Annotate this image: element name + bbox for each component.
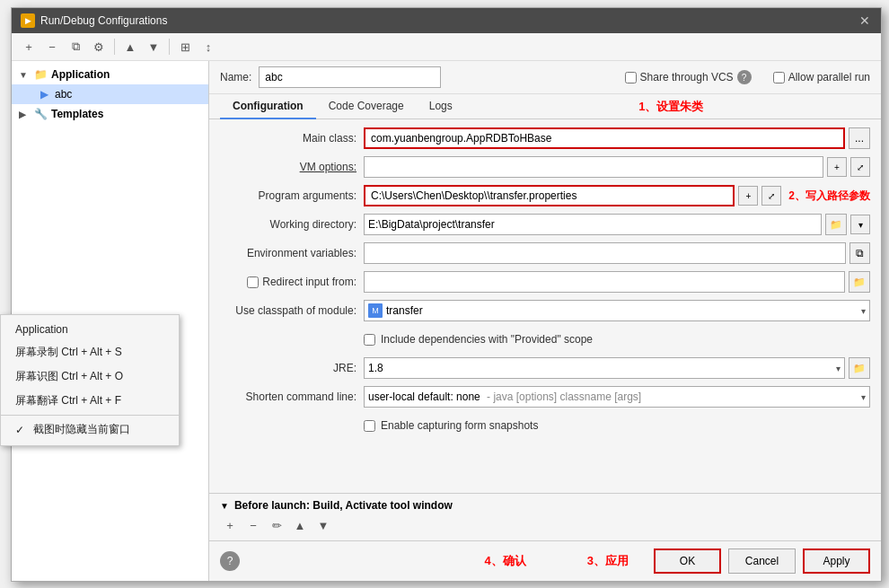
context-menu-item-screenshot[interactable]: Application [1,319,179,340]
expand-icon: ▼ [19,70,30,80]
copy-config-button[interactable]: ⧉ [66,37,85,57]
move-down-button[interactable]: ▼ [144,37,163,57]
move-up-button[interactable]: ▲ [120,37,140,57]
context-menu-divider [1,415,179,416]
parallel-run-label: Allow parallel run [788,71,870,83]
program-args-expand-button[interactable]: ⤢ [761,186,781,206]
context-menu-item-hide[interactable]: 截图时隐藏当前窗口 [1,417,179,442]
shorten-cmd-select[interactable]: user-local default: none - java [options… [364,386,870,408]
redirect-row: Redirect input from: 📁 [220,270,870,294]
env-vars-row: Environment variables: ⧉ [220,241,870,265]
vm-options-input[interactable] [364,156,823,178]
share-vcs-help-icon[interactable]: ? [737,70,752,84]
env-vars-input[interactable] [364,242,846,264]
cancel-button[interactable]: Cancel [728,549,796,574]
parallel-run-checkbox-group: Allow parallel run [773,71,870,83]
program-args-control-group: + ⤢ [364,185,781,206]
vm-options-row: VM options: + ⤢ [220,155,870,179]
main-class-control-group: ... [364,127,870,149]
tab-logs[interactable]: Logs [417,94,465,119]
main-class-label: Main class: [220,132,364,145]
include-deps-checkbox[interactable] [364,334,375,346]
share-vcs-checkbox[interactable] [625,72,637,83]
main-class-input[interactable] [364,127,845,149]
hide-label: 截图时隐藏当前窗口 [33,422,130,437]
context-menu-item-record[interactable]: 屏幕录制 Ctrl + Alt + S [1,340,179,364]
share-vcs-checkbox-group: Share through VCS ? [625,70,752,84]
redirect-checkbox[interactable] [247,276,259,288]
module-value: transfer [386,304,861,317]
env-vars-label: Environment variables: [220,247,364,259]
main-class-browse-button[interactable]: ... [849,127,870,149]
context-menu-item-translate[interactable]: 屏幕翻译 Ctrl + Alt + F [1,389,179,413]
working-dir-arrow-button[interactable]: ▾ [850,215,870,234]
working-dir-value: E:\BigData\project\transfer [368,218,817,231]
before-launch-up-button[interactable]: ▲ [290,515,310,535]
title-bar-left: ▶ Run/Debug Configurations [21,13,167,28]
jre-control-group: 1.8 ▾ 📁 [364,357,870,379]
jre-folder-button[interactable]: 📁 [849,357,870,379]
config-name-label: abc [55,88,72,101]
jre-select[interactable]: 1.8 ▾ [364,357,845,379]
include-deps-row: Include dependencies with "Provided" sco… [220,328,870,351]
working-dir-select[interactable]: E:\BigData\project\transfer [364,214,822,235]
tree-group-application[interactable]: ▼ 📁 Application [12,65,208,84]
shorten-cmd-value: user-local default: none - java [options… [368,391,861,403]
templates-expand-icon: ▶ [19,110,30,119]
annotation-3: 3、应用 [587,553,629,569]
tree-group-templates[interactable]: ▶ 🔧 Templates [12,104,208,124]
redirect-input[interactable] [364,271,845,293]
vm-options-expand-button[interactable]: ⤢ [850,157,870,177]
tab-code-coverage[interactable]: Code Coverage [316,94,417,119]
add-config-button[interactable]: + [19,37,39,57]
jre-value: 1.8 [368,362,836,374]
translate-label: 屏幕翻译 Ctrl + Alt + F [15,393,121,408]
before-launch-down-button[interactable]: ▼ [313,515,333,535]
context-menu: Application 屏幕录制 Ctrl + Alt + S 屏幕识图 Ctr… [0,314,180,446]
run-debug-dialog: ▶ Run/Debug Configurations ✕ + − ⧉ ⚙ ▲ ▼… [11,7,882,582]
annotation-2: 2、写入路径参数 [788,189,870,204]
name-input[interactable] [259,66,441,88]
include-deps-label: Include dependencies with "Provided" sco… [381,333,593,346]
settings-button[interactable]: ⚙ [89,37,109,57]
shorten-cmd-suffix: - java [options] classname [args] [487,391,641,403]
program-args-input[interactable] [364,185,735,206]
before-launch-remove-button[interactable]: − [243,515,263,535]
before-launch-edit-button[interactable]: ✏ [267,515,286,535]
working-dir-folder-button[interactable]: 📁 [825,214,847,235]
shorten-cmd-control-group: user-local default: none - java [options… [364,386,870,408]
parallel-run-checkbox[interactable] [773,72,785,83]
enable-capturing-checkbox[interactable] [364,420,375,432]
remove-config-button[interactable]: − [42,37,62,57]
working-dir-label: Working directory: [220,218,364,231]
program-args-plus-button[interactable]: + [738,186,758,206]
application-folder-icon: 📁 [33,67,48,82]
redirect-control-group: 📁 [364,271,870,293]
module-icon: M [368,303,383,318]
include-deps-checkbox-group: Include dependencies with "Provided" sco… [364,333,593,346]
form-area: Main class: ... VM options: + ⤢ [209,119,881,493]
working-dir-row: Working directory: E:\BigData\project\tr… [220,213,870,236]
tab-configuration[interactable]: Configuration [220,94,316,119]
help-button[interactable]: ? [220,551,240,571]
env-vars-copy-button[interactable]: ⧉ [849,242,870,264]
classpath-module-select[interactable]: M transfer ▾ [364,300,870,321]
vm-options-plus-button[interactable]: + [827,157,847,177]
templates-wrench-icon: 🔧 [33,107,48,121]
classpath-control-group: M transfer ▾ [364,300,870,321]
context-menu-item-ocr[interactable]: 屏幕识图 Ctrl + Alt + O [1,364,179,389]
sort-button[interactable]: ⊞ [175,37,195,57]
dialog-icon: ▶ [21,13,35,28]
tree-item-abc[interactable]: ▶ abc [12,84,208,104]
close-button[interactable]: ✕ [858,13,872,28]
order-button[interactable]: ↕ [198,37,218,57]
redirect-folder-button[interactable]: 📁 [849,271,870,293]
before-launch-header: ▼ Before launch: Build, Activate tool wi… [220,499,870,512]
toolbar-separator [114,39,115,55]
app-config-icon: ▶ [37,87,51,101]
record-label: 屏幕录制 Ctrl + Alt + S [15,345,122,360]
program-args-row: Program arguments: + ⤢ 2、写入路径参数 [220,184,870,207]
ok-button[interactable]: OK [654,549,721,574]
apply-button[interactable]: Apply [803,549,870,574]
before-launch-add-button[interactable]: + [220,515,240,535]
